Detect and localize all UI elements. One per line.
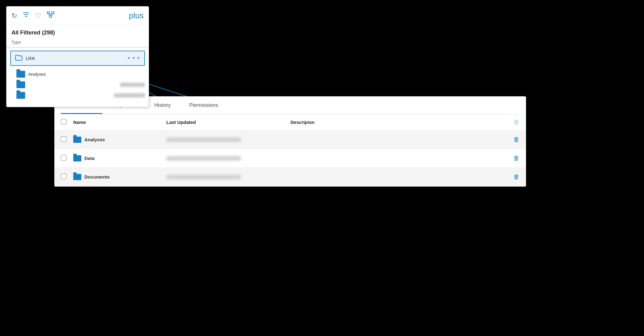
row-3-trash-icon[interactable]: 🗑: [513, 173, 520, 180]
row-check-1[interactable]: [61, 136, 73, 143]
svg-rect-5: [47, 12, 50, 14]
row-3-date: [166, 175, 290, 179]
item2-folder-icon: [16, 81, 25, 88]
row-2-trash-icon[interactable]: 🗑: [513, 155, 520, 161]
col-desc-header: Descripion: [290, 120, 504, 125]
header-trash-icon: 🗑: [513, 119, 520, 125]
documents-row-folder-icon: [73, 174, 81, 180]
row-3-name: Documents: [73, 174, 166, 180]
item3-blurred: [114, 93, 145, 98]
lra-folder-icon: [15, 54, 23, 62]
tab-permissions[interactable]: Permissions: [180, 97, 227, 114]
data-row-folder-icon: [73, 155, 81, 161]
row-2-action[interactable]: 🗑: [504, 155, 520, 162]
heart-icon[interactable]: ♡: [35, 12, 41, 20]
diagram-icon[interactable]: [47, 11, 54, 20]
col-action-header: 🗑: [504, 119, 520, 126]
analyses-row-folder-icon: [73, 137, 81, 143]
table-row: Data 🗑: [55, 149, 526, 168]
list-item[interactable]: Analyses: [13, 69, 149, 79]
row-3-date-blurred: [166, 175, 241, 179]
row-2-checkbox[interactable]: [61, 155, 66, 161]
row-check-3[interactable]: [61, 174, 73, 180]
row-check-2[interactable]: [61, 155, 73, 162]
detail-panel: Contents Properties History Permissions …: [54, 96, 526, 187]
col-name-header: Name: [73, 120, 166, 125]
select-all-checkbox[interactable]: [61, 119, 66, 125]
dots-menu[interactable]: • • •: [128, 55, 140, 61]
refresh-icon[interactable]: ↻: [11, 12, 17, 20]
analyses-folder-icon: [16, 71, 25, 78]
row-1-date: [166, 138, 290, 142]
left-panel: ↻ ♡ plus All Filtered (298) Type: [6, 6, 149, 107]
table-header: Name Last Updated Descripion 🗑: [55, 114, 526, 130]
row-1-action[interactable]: 🗑: [504, 136, 520, 143]
row-2-date: [166, 156, 290, 161]
row-1-checkbox[interactable]: [61, 136, 66, 142]
row-1-trash-icon[interactable]: 🗑: [513, 136, 520, 143]
lra-item[interactable]: LRA • • •: [10, 51, 145, 66]
analyses-label: Analyses: [28, 72, 46, 77]
row-2-date-blurred: [166, 156, 241, 161]
panel-title: All Filtered (298): [7, 25, 149, 38]
row-2-name: Data: [73, 155, 166, 161]
row-1-name: Analyses: [73, 137, 166, 143]
svg-rect-6: [52, 12, 54, 14]
row-3-action[interactable]: 🗑: [504, 173, 520, 180]
tab-history[interactable]: History: [145, 97, 180, 114]
list-item[interactable]: [13, 79, 149, 90]
table-row: Documents 🗑: [55, 168, 526, 186]
add-icon[interactable]: plus: [129, 11, 144, 20]
row-3-checkbox[interactable]: [61, 174, 66, 179]
filter-icon[interactable]: [23, 11, 29, 20]
item2-blurred: [120, 83, 145, 87]
table-row: Analyses 🗑: [55, 130, 526, 149]
svg-rect-7: [49, 16, 52, 17]
col-updated-header: Last Updated: [166, 120, 290, 125]
header-check[interactable]: [61, 119, 73, 126]
row-1-date-blurred: [166, 138, 241, 142]
item3-folder-icon: [16, 92, 25, 99]
sub-items-list: Analyses: [7, 69, 149, 101]
list-item[interactable]: [13, 90, 149, 101]
type-label: Type: [7, 38, 149, 48]
toolbar: ↻ ♡ plus: [7, 7, 149, 25]
lra-item-label: LRA: [26, 56, 128, 61]
